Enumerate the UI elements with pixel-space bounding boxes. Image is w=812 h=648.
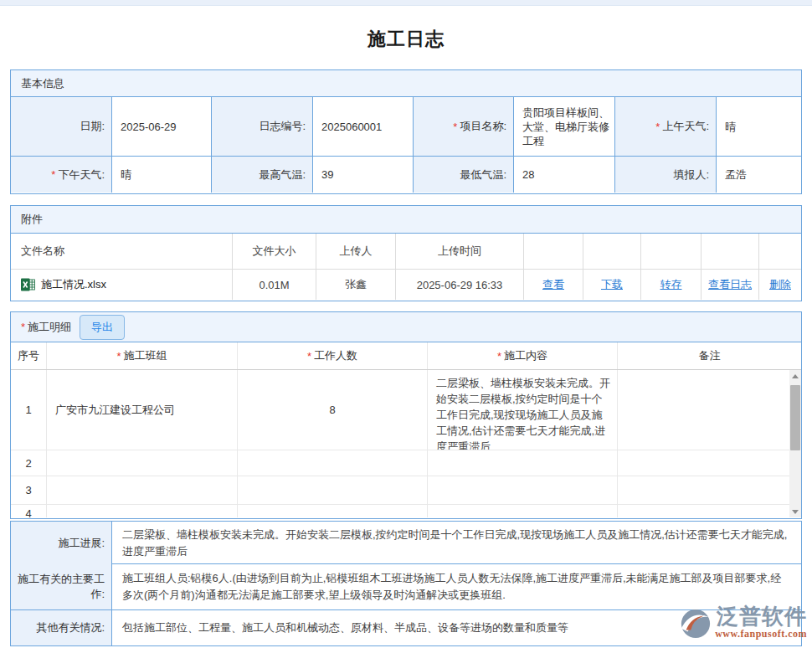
col-note: 备注: [618, 342, 801, 369]
progress-label: 施工进展:: [11, 522, 112, 565]
row2-note: [618, 450, 801, 476]
col-team: *施工班组: [47, 342, 238, 369]
detail-section-title: *施工明细: [21, 320, 71, 335]
delete-link[interactable]: 删除: [769, 277, 791, 292]
scroll-down-icon[interactable]: [789, 506, 801, 517]
row4-workers: [238, 505, 428, 517]
required-icon: *: [453, 121, 457, 133]
log-number-label: 日志编号:: [212, 97, 313, 156]
row1-workers: 8: [238, 370, 428, 450]
row4-content: [428, 505, 618, 517]
transfer-link[interactable]: 转存: [660, 277, 682, 292]
required-icon: *: [21, 321, 25, 333]
attachment-file-name: 施工情况.xlsx: [41, 277, 106, 292]
fanpu-logo-icon: [680, 608, 712, 640]
required-icon: *: [307, 350, 311, 363]
morning-weather-label: *上午天气:: [615, 97, 717, 156]
required-icon: *: [655, 121, 660, 133]
progress-row: 施工进展: 二层梁板、墙柱模板安装未完成。开始安装二层模板,按约定时间是十个工作…: [11, 522, 801, 564]
max-temp-value: 39: [313, 157, 414, 193]
col-action-1: [524, 234, 583, 269]
project-name-value: 贵阳项目样板间、大堂、电梯厅装修工程: [514, 97, 615, 156]
basic-info-panel: 基本信息 日期: 2025-06-29 日志编号: 2025060001 *项目…: [10, 69, 802, 194]
row4-seq: 4: [11, 505, 47, 517]
log-number-value: 2025060001: [313, 97, 414, 156]
col-uploader: 上传人: [316, 234, 396, 269]
attachment-file-size: 0.01M: [233, 270, 316, 300]
basic-info-row-2: *下午天气: 晴 最高气温: 39 最低气温: 28 填报人: 孟浩: [11, 157, 801, 193]
row2-content: [428, 450, 618, 476]
row3-seq: 3: [11, 476, 47, 504]
detail-row-1: 1 广安市九江建设工程公司 8 二层梁板、墙柱模板安装未完成。开始安装二层模板,…: [11, 370, 801, 450]
morning-weather-value: 晴: [717, 97, 801, 156]
row1-team: 广安市九江建设工程公司: [47, 370, 238, 450]
scrollbar-thumb[interactable]: [790, 385, 800, 450]
row3-workers: [238, 476, 428, 504]
row3-note: [618, 476, 801, 504]
scroll-up-icon[interactable]: [789, 370, 801, 382]
detail-row-3: 3: [11, 476, 801, 505]
col-action-5: [759, 234, 801, 269]
download-link[interactable]: 下载: [601, 277, 623, 292]
col-action-2: [583, 234, 641, 269]
attachments-header-row: 文件名称 文件大小 上传人 上传时间: [11, 234, 801, 270]
view-log-link[interactable]: 查看日志: [708, 277, 752, 292]
page-title: 施工日志: [0, 27, 812, 52]
reporter-value: 孟浩: [717, 157, 801, 193]
vendor-watermark: 泛普软件 www.fanpusoft.com: [680, 604, 807, 640]
main-work-row: 施工有关的主要工作: 施工班组人员:铝模6人.(由进场到目前为止,铝模班组木工班…: [11, 564, 801, 610]
required-icon: *: [51, 168, 55, 181]
basic-info-row-1: 日期: 2025-06-29 日志编号: 2025060001 *项目名称: 贵…: [11, 97, 801, 157]
row3-team: [47, 476, 238, 504]
col-file-name: 文件名称: [11, 234, 233, 269]
basic-info-section-title: 基本信息: [11, 70, 801, 97]
detail-table-body: 1 广安市九江建设工程公司 8 二层梁板、墙柱模板安装未完成。开始安装二层模板,…: [11, 370, 801, 517]
detail-section-header: *施工明细 导出: [11, 312, 801, 342]
row1-content: 二层梁板、墙柱模板安装未完成。开始安装二层模板,按约定时间是十个工作日完成,现按…: [428, 370, 618, 450]
project-name-label: *项目名称:: [414, 97, 514, 156]
progress-value: 二层梁板、墙柱模板安装未完成。开始安装二层模板,按约定时间是十个工作日完成,现按…: [112, 522, 801, 565]
row2-seq: 2: [11, 450, 47, 476]
required-icon: *: [116, 350, 121, 363]
col-action-3: [641, 234, 702, 269]
row2-workers: [238, 450, 428, 476]
detail-vertical-scrollbar[interactable]: [789, 370, 801, 517]
attachments-panel: 附件 文件名称 文件大小 上传人 上传时间: [10, 205, 802, 301]
row4-note: [618, 505, 801, 517]
col-file-size: 文件大小: [233, 234, 316, 269]
main-work-label: 施工有关的主要工作:: [11, 564, 112, 609]
main-work-value: 施工班组人员:铝模6人.(由进场到目前为止,铝模班组木工班进场施工人员人数无法保…: [112, 564, 801, 609]
attachment-row: 施工情况.xlsx 0.01M 张鑫 2025-06-29 16:33 查看 下…: [11, 270, 801, 300]
row4-team: [47, 505, 238, 517]
row3-content: [428, 476, 618, 504]
export-button[interactable]: 导出: [80, 315, 125, 340]
detail-row-2: 2: [11, 450, 801, 476]
other-info-label: 其他有关情况:: [11, 610, 112, 645]
attachment-file-cell: 施工情况.xlsx: [11, 270, 233, 300]
date-value: 2025-06-29: [112, 97, 212, 156]
min-temp-label: 最低气温:: [414, 157, 514, 193]
construction-detail-panel: *施工明细 导出 序号 *施工班组 *工作人数 *施工内容 备注 1 广安市九江…: [10, 311, 802, 519]
col-upload-time: 上传时间: [396, 234, 524, 269]
max-temp-label: 最高气温:: [212, 157, 313, 193]
top-page-strip: [0, 0, 812, 6]
detail-row-4: 4: [11, 505, 801, 517]
attachment-uploader: 张鑫: [316, 270, 396, 300]
col-action-4: [702, 234, 759, 269]
required-icon: *: [497, 350, 501, 363]
col-seq: 序号: [11, 342, 47, 369]
excel-file-icon: [21, 278, 35, 291]
brand-name: 泛普软件: [717, 604, 807, 628]
brand-url: www.fanpusoft.com: [715, 628, 807, 640]
row1-note: [618, 370, 801, 450]
afternoon-weather-value: 晴: [112, 157, 212, 193]
view-link[interactable]: 查看: [542, 277, 564, 292]
row1-seq: 1: [11, 370, 47, 450]
min-temp-value: 28: [514, 157, 615, 193]
detail-header-row: 序号 *施工班组 *工作人数 *施工内容 备注: [11, 342, 801, 370]
col-content: *施工内容: [428, 342, 618, 369]
col-workers: *工作人数: [238, 342, 428, 369]
attachment-upload-time: 2025-06-29 16:33: [396, 270, 524, 300]
date-label: 日期:: [11, 97, 112, 156]
attachments-section-title: 附件: [11, 206, 801, 234]
